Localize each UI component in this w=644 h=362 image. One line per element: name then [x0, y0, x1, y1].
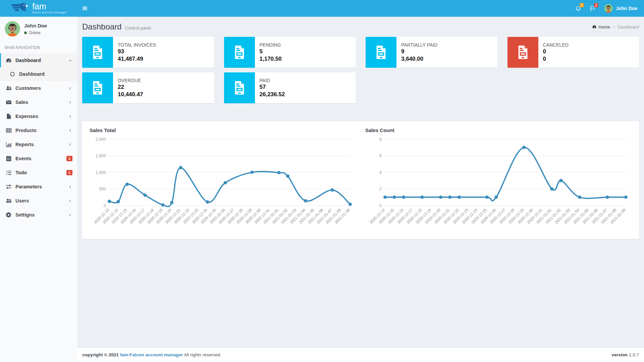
sidebar: John Doe Online MAIN NAVIGATION Dashboar…: [0, 17, 77, 362]
rights-text: All rights reserved.: [184, 352, 221, 357]
sidebar-item-customers[interactable]: Customers: [0, 81, 77, 95]
info-box-label: PARTIALLY PAID: [401, 42, 437, 48]
invoice-icon: [366, 37, 396, 68]
x-axis-labels: 2020-12-142020-12-152020-12-162020-12-17…: [369, 208, 626, 225]
sidebar-item-label: Settigns: [15, 212, 35, 218]
charts-panel: Sales Total 05001,0001,5002,0002020-12-1…: [82, 121, 639, 239]
sidebar-item-events[interactable]: Events1: [0, 152, 77, 166]
info-box-content: OVERDUE2210,440.47: [113, 72, 148, 103]
table-icon: [6, 127, 12, 133]
info-box-amount: 0: [543, 56, 569, 62]
info-box-pending: PENDING51,170.50: [224, 37, 356, 68]
sidebar-item-reports[interactable]: Reports: [0, 137, 77, 152]
copyright-text: copyright © 2021: [82, 352, 119, 357]
notifications-menu[interactable]: 1: [571, 3, 585, 14]
brand-text: fam falcon account manager: [32, 3, 67, 14]
sidebar-item-label: Dashboard: [15, 58, 41, 63]
sales-count-chart: 024682020-12-142020-12-152020-12-162020-…: [365, 134, 632, 236]
sidebar-user-status: Online: [24, 31, 47, 35]
users-icon: [6, 85, 12, 91]
chevron-left-icon: [68, 100, 72, 105]
svg-text:500: 500: [99, 187, 106, 191]
info-box-grid: TOTAL INVOICES9341,487.49PENDING51,170.5…: [82, 37, 639, 103]
sidebar-item: Reports: [0, 137, 77, 152]
sidebar-item-dashboard[interactable]: Dashboard: [0, 53, 77, 67]
sales-total-chart: 05001,0001,5002,0002020-12-132020-12-142…: [90, 134, 356, 236]
sidebar-item-settigns[interactable]: Settigns: [0, 208, 77, 222]
info-box-amount: 26,236.52: [260, 91, 285, 98]
breadcrumb-home-link[interactable]: Home: [592, 24, 610, 29]
flags-menu[interactable]: 1: [586, 3, 599, 14]
footer-version: version 1.0.7: [611, 352, 639, 357]
info-box-amount: 10,440.47: [118, 91, 143, 98]
info-box-content: TOTAL INVOICES9341,487.49: [113, 37, 161, 68]
online-status-icon: [24, 32, 27, 34]
info-box-partially-paid: PARTIALLY PAID93,640.00: [366, 37, 497, 68]
svg-text:1,500: 1,500: [96, 154, 106, 158]
online-status-label: Online: [29, 31, 41, 35]
chevron-left-icon: [68, 128, 72, 133]
info-box-label: PAID: [260, 78, 285, 83]
list-icon: [6, 170, 12, 176]
sidebar-item-expenses[interactable]: Expenses: [0, 109, 77, 123]
sidebar-item-label: Sales: [15, 100, 28, 105]
line-series: [385, 147, 626, 201]
sidebar-item-label: Reports: [15, 142, 34, 147]
footer-copyright: copyright © 2021 fam-Falcon account mana…: [82, 352, 221, 357]
sidebar-toggle-button[interactable]: [77, 0, 93, 17]
gear-icon: [6, 212, 12, 218]
circle-o-icon: [9, 71, 15, 77]
info-box-total-invoices: TOTAL INVOICES9341,487.49: [82, 37, 214, 68]
version-number: 1.0.7: [629, 352, 639, 357]
bar-chart-icon: [6, 141, 12, 147]
info-box-count: 0: [543, 48, 569, 55]
navbar-right: 1 1 John Doe: [571, 0, 644, 17]
brand-logo-link[interactable]: fam falcon account manager: [0, 0, 77, 17]
sliders-icon: [6, 184, 12, 190]
invoice-icon: [82, 72, 113, 103]
sidebar-item-users[interactable]: Users: [0, 194, 77, 208]
sidebar-section-label: MAIN NAVIGATION: [0, 40, 77, 53]
line-series: [109, 168, 350, 206]
sales-total-chart-section: Sales Total 05001,0001,5002,0002020-12-1…: [85, 127, 361, 236]
calendar-icon: [6, 156, 12, 162]
sidebar-item-products[interactable]: Products: [0, 123, 77, 137]
grid-lines: [384, 139, 627, 205]
sidebar-item-label: Dashboard: [19, 71, 45, 77]
sidebar-item-label: Customers: [15, 85, 41, 91]
sidebar-item-parameters[interactable]: Parameters: [0, 180, 77, 194]
info-box-amount: 1,170.50: [260, 56, 282, 62]
svg-text:6: 6: [379, 154, 382, 158]
notification-badge: 1: [66, 170, 72, 175]
avatar: [5, 21, 20, 37]
footer-brand-link[interactable]: fam-Falcon account manager: [120, 352, 183, 357]
breadcrumb-current: Dashboard: [618, 24, 639, 29]
avatar: [604, 4, 613, 13]
sidebar-item: Settigns: [0, 208, 77, 222]
sidebar-item: Parameters: [0, 180, 77, 194]
sidebar-subitem: Dashboard: [0, 67, 77, 81]
chevron-left-icon: [68, 86, 72, 90]
user-menu[interactable]: John Doe: [600, 4, 639, 13]
notification-badge: 1: [66, 156, 72, 161]
info-box-count: 93: [118, 48, 156, 55]
content: Dashboard Control panel Home > Dashboard…: [77, 17, 644, 347]
sidebar-item-sales[interactable]: Sales: [0, 95, 77, 109]
sidebar-item: Events1: [0, 152, 77, 166]
info-box-label: TOTAL INVOICES: [118, 42, 156, 48]
info-box-canceled: CANCELED00: [507, 37, 639, 68]
chevron-down-icon: [68, 58, 72, 63]
info-box-amount: 41,487.49: [118, 56, 156, 62]
chevron-left-icon: [68, 114, 72, 119]
info-box-count: 5: [260, 48, 282, 55]
info-box-label: CANCELED: [543, 42, 569, 48]
chevron-left-icon: [68, 213, 72, 217]
info-box-overdue: OVERDUE2210,440.47: [82, 72, 214, 103]
sidebar-item-label: Parameters: [15, 184, 42, 189]
content-wrapper: Dashboard Control panel Home > Dashboard…: [77, 17, 644, 362]
page-title: Dashboard: [82, 22, 121, 31]
sidebar-subitem-dashboard[interactable]: Dashboard: [0, 67, 77, 81]
hamburger-icon: [82, 6, 88, 11]
sidebar-item-todo[interactable]: Todo1: [0, 166, 77, 180]
info-box-amount: 3,640.00: [401, 56, 437, 62]
